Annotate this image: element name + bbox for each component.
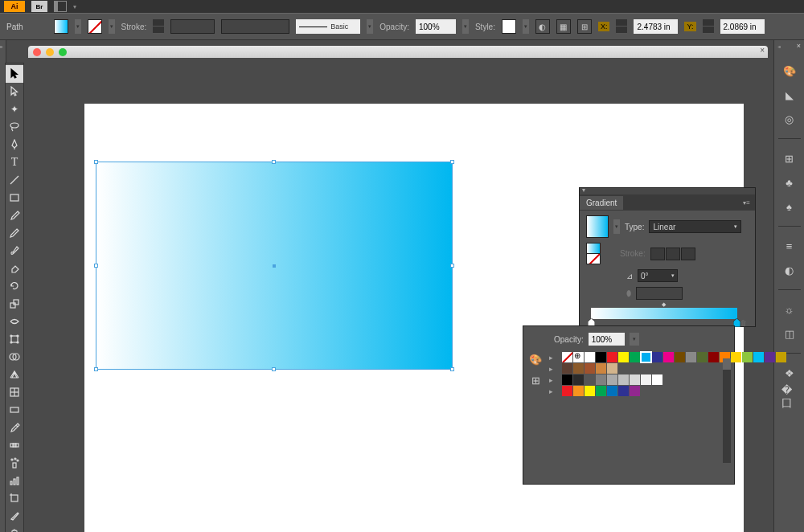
swatch[interactable] [675,352,685,362]
swatch[interactable] [765,352,775,362]
center-point[interactable] [273,264,276,268]
free-transform-tool[interactable] [6,330,23,348]
swatch[interactable] [573,363,584,374]
resize-handle[interactable] [272,160,276,164]
magic-wand-tool[interactable]: ✦ [6,100,23,118]
stop-opacity-dropdown[interactable] [630,333,639,346]
swatch[interactable] [742,352,753,362]
swatch[interactable] [630,374,640,385]
blend-tool[interactable] [6,436,23,454]
recolor-icon[interactable]: ◐ [535,19,550,34]
graphic-style-swatch[interactable] [502,19,516,34]
swatch[interactable] [573,386,584,396]
swatch[interactable] [562,352,572,362]
gradient-preview-swatch[interactable] [586,215,609,238]
gradient-preset-dropdown[interactable] [613,219,620,234]
resize-handle[interactable] [272,367,276,371]
selected-rectangle[interactable] [96,162,453,370]
zoom-window-button[interactable] [59,48,67,56]
stroke-panel-icon[interactable]: ♠ [781,198,798,215]
swatch[interactable] [630,352,640,362]
folder-icon[interactable]: ▸ [549,376,559,384]
perspective-grid-tool[interactable] [6,366,23,383]
shape-builder-tool[interactable] [6,348,23,366]
delete-stop-icon[interactable]: 🗑 [740,319,747,327]
swatch[interactable] [618,386,629,396]
chevron-down-icon[interactable]: ▾ [73,3,76,10]
gradient-panel-icon[interactable]: ≡ [781,238,798,254]
lasso-tool[interactable] [6,118,23,136]
color-mode-icon[interactable]: 🎨 [528,352,543,366]
swatch[interactable] [731,352,741,362]
swatch[interactable] [630,386,640,396]
bridge-logo[interactable]: Br [31,1,47,12]
appearance-panel-icon[interactable]: ☼ [781,301,798,317]
panel-menu-icon[interactable]: ▾≡ [743,199,750,207]
scale-tool[interactable] [6,295,23,313]
column-graph-tool[interactable] [6,472,23,489]
selection-tool[interactable] [6,65,23,83]
gradient-fill-swatch[interactable] [586,243,601,254]
style-dropdown[interactable] [523,19,529,34]
swatch[interactable] [596,386,606,396]
graphic-styles-panel-icon[interactable]: ◫ [781,325,798,342]
stroke-gradient-within-button[interactable] [650,248,665,260]
swatch[interactable] [607,386,617,396]
width-tool[interactable] [6,313,23,330]
gradient-stroke-swatch[interactable] [586,253,601,264]
stroke-swatch[interactable] [88,19,102,34]
fill-swatch[interactable] [54,19,68,34]
swatches-panel-icon[interactable]: ◎ [781,111,798,127]
swatch[interactable] [596,363,606,374]
swatch[interactable] [753,352,764,362]
symbol-sprayer-tool[interactable] [6,454,23,472]
gradient-aspect-input[interactable] [636,287,683,300]
gradient-tab[interactable]: Gradient [580,196,623,210]
gradient-tool[interactable] [6,401,23,419]
swatch[interactable] [585,352,595,362]
opacity-input[interactable]: 100% [416,19,456,34]
resize-handle[interactable] [94,264,98,268]
swatch[interactable] [618,352,629,362]
minimize-window-button[interactable] [46,48,54,56]
close-window-button[interactable] [33,48,41,56]
panel-grip[interactable] [580,188,755,194]
brushes-panel-icon[interactable]: ⊞ [781,150,798,166]
resize-handle[interactable] [450,264,454,268]
folder-icon[interactable]: ▸ [549,365,559,373]
swatch[interactable] [596,374,606,385]
line-tool[interactable] [6,171,23,189]
y-input[interactable]: 2.0869 in [720,19,765,34]
swatch[interactable] [607,363,617,374]
swatch[interactable] [562,386,572,396]
swatch[interactable] [641,352,651,362]
swatch[interactable] [618,374,629,385]
fill-dropdown[interactable] [75,19,81,34]
brush-dropdown[interactable] [367,19,373,34]
swatch[interactable] [607,374,617,385]
color-panel-icon[interactable]: 🎨 [781,63,798,79]
transparency-panel-icon[interactable]: ◐ [781,262,798,278]
opacity-dropdown[interactable] [462,19,469,34]
close-tab-icon[interactable]: × [760,46,765,55]
swatches-mode-icon[interactable]: ⊞ [528,373,543,387]
arrange-documents-icon[interactable] [54,1,67,12]
resize-handle[interactable] [450,160,454,164]
swatch[interactable] [596,352,606,362]
swatch[interactable] [562,374,572,385]
gradient-type-select[interactable]: Linear [649,220,741,233]
eraser-tool[interactable] [6,260,23,277]
swatch[interactable] [585,386,595,396]
swatch[interactable] [652,352,662,362]
resize-handle[interactable] [94,160,98,164]
x-stepper[interactable] [616,19,627,34]
slice-tool[interactable] [6,507,23,525]
swatch[interactable] [562,363,572,374]
y-stepper[interactable] [703,19,714,34]
resize-handle[interactable] [450,367,454,371]
swatch[interactable] [663,352,674,362]
hand-tool[interactable] [6,525,23,532]
variable-width-dropdown[interactable] [221,19,289,34]
swatch[interactable] [697,352,708,362]
swatches-scrollbar[interactable] [723,358,731,463]
